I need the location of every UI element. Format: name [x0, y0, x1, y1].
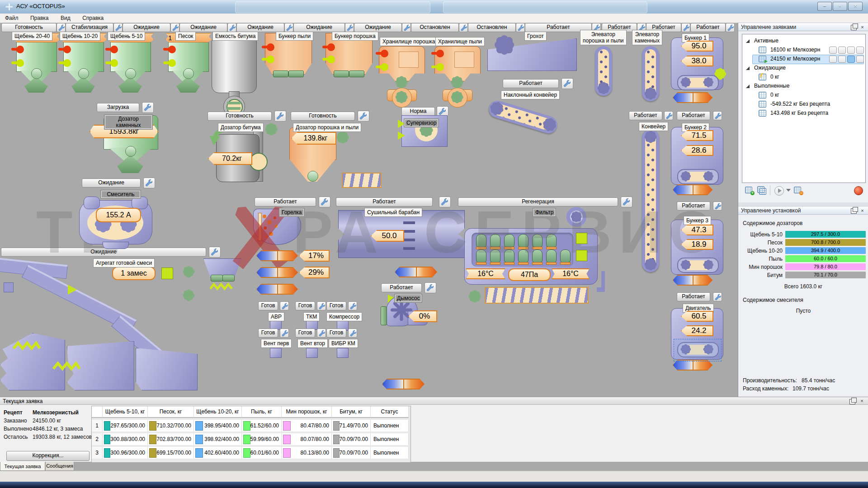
undock-icon[interactable] [849, 399, 855, 404]
settings-wrench-icon[interactable] [57, 23, 66, 32]
settings-wrench-icon[interactable] [713, 292, 722, 301]
menu-help[interactable]: Справка [77, 14, 108, 22]
settings-wrench-icon[interactable] [348, 328, 357, 338]
undock-icon[interactable] [851, 208, 857, 214]
order-checkbox[interactable] [829, 56, 837, 63]
tree-group-waiting[interactable]: Ожидающие [742, 64, 865, 72]
tree-item-order-selected[interactable]: 24150 кг Мелкозерн [742, 55, 865, 63]
stop-button[interactable] [854, 186, 863, 195]
status-7[interactable]: Ожидание [354, 23, 402, 32]
correction-button[interactable]: Коррекция... [6, 451, 90, 461]
settings-wrench-icon[interactable] [726, 23, 735, 32]
tab-current-order[interactable]: Текущая заявка [0, 462, 45, 471]
tree-group-done[interactable]: Выполненные [742, 82, 865, 90]
bitumen-doser-status[interactable]: Готовность [208, 112, 272, 121]
tab-messages[interactable]: Сообщения [45, 462, 74, 471]
copy-order-button[interactable] [757, 186, 766, 194]
aux-vent2-status[interactable]: Готов [295, 328, 315, 338]
supervisor-status[interactable]: Норма [401, 107, 435, 116]
settings-wrench-icon[interactable] [402, 23, 411, 32]
order-checkbox[interactable] [847, 47, 855, 54]
order-checkbox[interactable] [838, 56, 846, 63]
title-bar[interactable]: АСУ «OCTOPUS» – ▫ × [0, 0, 868, 14]
settings-wrench-icon[interactable] [142, 102, 154, 113]
start-options-caret[interactable] [786, 189, 791, 192]
aux-avr-status[interactable]: Готов [258, 301, 278, 310]
aux-vent1-status[interactable]: Готов [258, 328, 278, 338]
undock-icon[interactable] [851, 25, 857, 30]
status-5[interactable]: Ожидание [236, 23, 284, 32]
motor-status[interactable]: Работает [677, 292, 710, 301]
tree-item-order[interactable]: -549.522 кг Без рецепта [742, 100, 865, 108]
tree-item-order[interactable]: 16100 кг Мелкозерн [742, 46, 865, 54]
maximize-button[interactable]: ▫ [833, 2, 847, 11]
mixer-status[interactable]: Ожидание [82, 178, 141, 188]
order-checkbox[interactable] [856, 47, 864, 54]
status-6[interactable]: Ожидание [293, 23, 345, 32]
aux-tkm-status[interactable]: Готов [295, 301, 315, 310]
settings-wrench-icon[interactable] [425, 282, 436, 293]
menu-view[interactable]: Вид [56, 14, 75, 22]
menu-file[interactable]: Файл [0, 14, 24, 22]
settings-wrench-icon[interactable] [227, 23, 236, 32]
settings-wrench-icon[interactable] [170, 23, 179, 32]
close-panel-icon[interactable]: × [860, 208, 865, 213]
close-panel-icon[interactable]: × [860, 25, 865, 29]
settings-wrench-icon[interactable] [664, 111, 673, 120]
tree-expander-icon[interactable] [746, 84, 750, 88]
settings-wrench-icon[interactable] [113, 23, 123, 32]
close-panel-icon[interactable]: × [859, 399, 864, 403]
delete-order-button[interactable]: − [793, 186, 802, 194]
settings-wrench-icon[interactable] [280, 301, 289, 310]
order-checkbox[interactable] [829, 47, 837, 54]
status-8[interactable]: Остановлен [411, 23, 459, 32]
settings-wrench-icon[interactable] [358, 111, 369, 122]
settings-wrench-icon[interactable] [317, 301, 326, 310]
windows-taskbar[interactable] [0, 482, 868, 488]
tree-item-order[interactable]: 143.498 кг Без рецепта [742, 109, 865, 117]
settings-wrench-icon[interactable] [561, 78, 573, 89]
order-checkbox[interactable] [856, 56, 864, 63]
bunker2-status[interactable]: Работает [677, 111, 710, 120]
powder-doser-status[interactable]: Готовность [291, 112, 355, 121]
incline-conveyor-status[interactable]: Работает [503, 79, 559, 88]
settings-wrench-icon[interactable] [209, 247, 221, 258]
status-3[interactable]: Ожидание [123, 23, 170, 32]
panel-splitter[interactable] [738, 202, 868, 206]
order-checkbox[interactable] [838, 47, 846, 54]
stone-doser-status[interactable]: Загрузка [97, 103, 139, 112]
settings-wrench-icon[interactable] [713, 111, 722, 120]
batches-table[interactable]: Щебень 5-10, кг Песок, кг Щебень 10-20, … [91, 406, 411, 463]
status-stone-dosing[interactable]: Готовность [1, 23, 57, 32]
settings-wrench-icon[interactable] [345, 23, 354, 32]
tree-item-order[interactable]: 0 кг [742, 73, 865, 81]
status-4[interactable]: Ожидание [179, 23, 227, 32]
settings-wrench-icon[interactable] [317, 328, 326, 338]
conveyor-status[interactable]: Работает [629, 111, 662, 120]
settings-wrench-icon[interactable] [280, 328, 289, 338]
settings-wrench-icon[interactable] [681, 23, 690, 32]
settings-wrench-icon[interactable] [459, 23, 468, 32]
order-checkbox-checked[interactable] [847, 56, 855, 63]
skip-position-marker [68, 285, 77, 295]
status-9[interactable]: Остановлен [468, 23, 516, 32]
tree-expander-icon[interactable] [746, 66, 750, 70]
tree-item-order[interactable]: 0 кг [742, 91, 865, 99]
minimize-button[interactable]: – [817, 2, 832, 11]
close-button[interactable]: × [848, 2, 863, 11]
add-order-button[interactable]: + [745, 186, 754, 194]
start-order-button[interactable] [774, 186, 784, 196]
settings-wrench-icon[interactable] [143, 178, 155, 188]
settings-wrench-icon[interactable] [348, 301, 357, 310]
aux-vibr-status[interactable]: Готов [326, 328, 346, 338]
menu-edit[interactable]: Правка [25, 14, 54, 22]
aux-compressor-status[interactable]: Готов [326, 301, 346, 310]
tree-expander-icon[interactable] [746, 39, 750, 43]
status-13[interactable]: Работает [690, 23, 726, 32]
settings-wrench-icon[interactable] [274, 111, 286, 122]
settings-wrench-icon[interactable] [516, 23, 525, 32]
settings-wrench-icon[interactable] [284, 23, 293, 32]
tree-group-active[interactable]: Активные [742, 37, 865, 45]
status-2[interactable]: Стабилизация [66, 23, 113, 32]
smoke-fan-status[interactable]: Работает [381, 283, 422, 292]
